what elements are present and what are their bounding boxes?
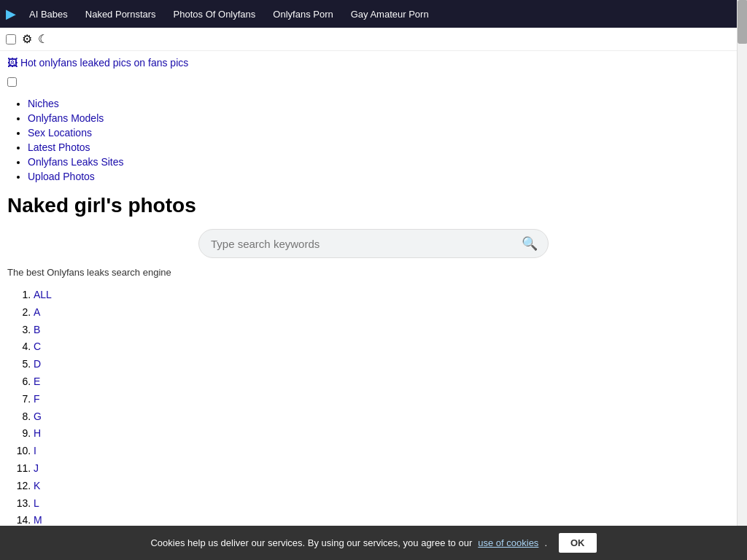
- top-navigation: ▶ AI Babes Naked Pornstars Photos Of Onl…: [0, 0, 747, 28]
- search-input[interactable]: [199, 230, 511, 257]
- alpha-link-i[interactable]: I: [34, 445, 36, 456]
- search-icon: 🔍: [522, 236, 538, 251]
- content-checkbox[interactable]: [7, 77, 17, 87]
- gear-icon[interactable]: ⚙: [22, 32, 32, 46]
- menu-list: Niches Onlyfans Models Sex Locations Lat…: [7, 98, 740, 182]
- menu-link-niches[interactable]: Niches: [28, 98, 59, 109]
- alpha-link-m[interactable]: M: [34, 514, 42, 526]
- list-item: C: [34, 338, 740, 356]
- search-subtitle: The best Onlyfans leaks search engine: [7, 267, 740, 278]
- search-container: 🔍: [7, 229, 740, 258]
- menu-item-sex-locations: Sex Locations: [28, 127, 740, 139]
- site-logo-icon: ▶: [6, 6, 16, 22]
- main-content: Niches Onlyfans Models Sex Locations Lat…: [0, 92, 747, 560]
- scrollbar-thumb[interactable]: [738, 0, 747, 44]
- alpha-link-e[interactable]: E: [34, 376, 40, 387]
- toolbar-row: ⚙ ☾: [0, 28, 747, 51]
- page-title: Naked girl's photos: [7, 194, 740, 217]
- menu-link-latest-photos[interactable]: Latest Photos: [28, 141, 90, 153]
- menu-item-onlyfans-leaks-sites: Onlyfans Leaks Sites: [28, 156, 740, 168]
- nav-link-ai-babes[interactable]: AI Babes: [22, 4, 75, 24]
- menu-link-onlyfans-models[interactable]: Onlyfans Models: [28, 112, 104, 124]
- site-logo: 🖼 Hot onlyfans leaked pics on fans pics: [0, 51, 747, 74]
- list-item: L: [34, 495, 740, 513]
- alpha-link-f[interactable]: F: [34, 393, 40, 405]
- scrollbar[interactable]: [737, 0, 747, 560]
- alphabet-list: ALLABCDEFGHIJKLMDMCAOPQ: [7, 287, 740, 560]
- list-item: E: [34, 373, 740, 391]
- cookie-bar: Cookies help us deliver our services. By…: [0, 526, 747, 560]
- search-button[interactable]: 🔍: [511, 230, 548, 257]
- search-wrapper: 🔍: [198, 229, 549, 258]
- cookie-period: .: [544, 537, 547, 548]
- alpha-link-a[interactable]: A: [34, 306, 40, 318]
- alpha-link-g[interactable]: G: [34, 411, 42, 422]
- site-logo-link[interactable]: 🖼 Hot onlyfans leaked pics on fans pics: [7, 57, 188, 69]
- menu-link-sex-locations[interactable]: Sex Locations: [28, 127, 92, 139]
- list-item: ALL: [34, 287, 740, 304]
- content-area: Niches Onlyfans Models Sex Locations Lat…: [7, 98, 740, 560]
- menu-item-latest-photos: Latest Photos: [28, 141, 740, 153]
- menu-link-onlyfans-leaks-sites[interactable]: Onlyfans Leaks Sites: [28, 156, 124, 168]
- moon-icon[interactable]: ☾: [38, 32, 48, 46]
- alpha-link-all[interactable]: ALL: [34, 289, 52, 300]
- alpha-link-k[interactable]: K: [34, 480, 40, 491]
- list-item: J: [34, 460, 740, 478]
- nav-link-naked-pornstars[interactable]: Naked Pornstars: [78, 4, 163, 24]
- cookie-link[interactable]: use of cookies: [478, 537, 538, 548]
- menu-item-onlyfans-models: Onlyfans Models: [28, 112, 740, 124]
- list-item: D: [34, 356, 740, 373]
- nav-link-gay-amateur-porn[interactable]: Gay Amateur Porn: [344, 4, 436, 24]
- list-item: A: [34, 304, 740, 322]
- list-item: H: [34, 425, 740, 443]
- alpha-link-j[interactable]: J: [34, 462, 39, 474]
- nav-link-onlyfans-porn[interactable]: Onlyfans Porn: [266, 4, 340, 24]
- second-checkbox-area: [0, 74, 747, 92]
- menu-link-upload-photos[interactable]: Upload Photos: [28, 171, 95, 182]
- list-item: B: [34, 322, 740, 339]
- nav-link-photos-onlyfans[interactable]: Photos Of Onlyfans: [166, 4, 263, 24]
- list-item: G: [34, 408, 740, 426]
- menu-item-niches: Niches: [28, 98, 740, 109]
- alpha-link-c[interactable]: C: [34, 341, 41, 352]
- list-item: F: [34, 391, 740, 408]
- cookie-ok-button[interactable]: OK: [559, 533, 597, 553]
- toolbar-checkbox[interactable]: [6, 34, 16, 44]
- menu-item-upload-photos: Upload Photos: [28, 171, 740, 182]
- cookie-message: Cookies help us deliver our services. By…: [150, 537, 472, 548]
- list-item: K: [34, 478, 740, 495]
- alpha-link-d[interactable]: D: [34, 358, 41, 370]
- alpha-link-b[interactable]: B: [34, 324, 40, 335]
- list-item: I: [34, 443, 740, 460]
- alpha-link-l[interactable]: L: [34, 497, 39, 509]
- alpha-link-h[interactable]: H: [34, 427, 41, 439]
